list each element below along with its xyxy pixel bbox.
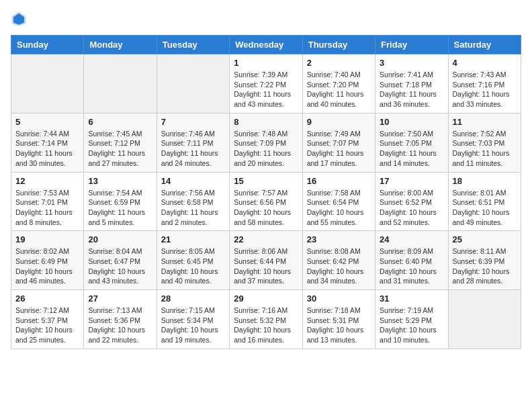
- calendar-day-cell: 29Sunrise: 7:16 AM Sunset: 5:32 PM Dayli…: [230, 290, 302, 349]
- day-info: Sunrise: 7:44 AM Sunset: 7:14 PM Dayligh…: [15, 129, 79, 169]
- calendar-day-cell: 16Sunrise: 7:58 AM Sunset: 6:54 PM Dayli…: [302, 172, 375, 231]
- calendar-day-cell: 20Sunrise: 8:04 AM Sunset: 6:47 PM Dayli…: [84, 231, 157, 290]
- calendar-day-cell: 9Sunrise: 7:49 AM Sunset: 7:07 PM Daylig…: [302, 113, 375, 172]
- day-of-week-header: Friday: [375, 36, 448, 54]
- calendar-day-cell: 26Sunrise: 7:12 AM Sunset: 5:37 PM Dayli…: [11, 290, 84, 349]
- calendar-day-cell: 17Sunrise: 8:00 AM Sunset: 6:52 PM Dayli…: [375, 172, 448, 231]
- day-number: 7: [161, 117, 225, 127]
- day-info: Sunrise: 7:48 AM Sunset: 7:09 PM Dayligh…: [234, 129, 298, 169]
- day-info: Sunrise: 7:19 AM Sunset: 5:29 PM Dayligh…: [380, 306, 443, 345]
- day-number: 22: [234, 234, 298, 244]
- calendar-day-cell: 28Sunrise: 7:15 AM Sunset: 5:34 PM Dayli…: [157, 290, 229, 349]
- day-info: Sunrise: 7:57 AM Sunset: 6:56 PM Dayligh…: [234, 188, 298, 228]
- day-number: 27: [88, 293, 152, 304]
- calendar-day-cell: 19Sunrise: 8:02 AM Sunset: 6:49 PM Dayli…: [11, 231, 84, 290]
- day-number: 11: [453, 117, 517, 127]
- calendar-day-cell: 22Sunrise: 8:06 AM Sunset: 6:44 PM Dayli…: [230, 231, 302, 290]
- calendar-day-cell: 8Sunrise: 7:48 AM Sunset: 7:09 PM Daylig…: [230, 113, 302, 172]
- day-of-week-header: Monday: [84, 36, 157, 54]
- day-of-week-header: Wednesday: [230, 36, 302, 54]
- logo-icon: [11, 11, 27, 27]
- day-info: Sunrise: 8:11 AM Sunset: 6:39 PM Dayligh…: [453, 246, 517, 286]
- calendar-day-cell: 23Sunrise: 8:08 AM Sunset: 6:42 PM Dayli…: [302, 231, 375, 290]
- day-number: 2: [307, 58, 371, 68]
- calendar-table: SundayMondayTuesdayWednesdayThursdayFrid…: [11, 35, 521, 349]
- calendar-day-cell: 2Sunrise: 7:40 AM Sunset: 7:20 PM Daylig…: [302, 54, 375, 113]
- calendar-day-cell: 24Sunrise: 8:09 AM Sunset: 6:40 PM Dayli…: [375, 231, 448, 290]
- day-number: 12: [15, 176, 79, 186]
- calendar-day-cell: 11Sunrise: 7:52 AM Sunset: 7:03 PM Dayli…: [448, 113, 521, 172]
- day-info: Sunrise: 7:46 AM Sunset: 7:11 PM Dayligh…: [161, 129, 225, 169]
- day-number: 13: [88, 176, 152, 186]
- calendar-day-cell: [11, 54, 84, 113]
- day-info: Sunrise: 8:06 AM Sunset: 6:44 PM Dayligh…: [234, 246, 298, 286]
- calendar-day-cell: [157, 54, 229, 113]
- calendar-week-row: 1Sunrise: 7:39 AM Sunset: 7:22 PM Daylig…: [11, 54, 521, 113]
- day-info: Sunrise: 8:09 AM Sunset: 6:40 PM Dayligh…: [380, 246, 443, 286]
- calendar-day-cell: 13Sunrise: 7:54 AM Sunset: 6:59 PM Dayli…: [84, 172, 157, 231]
- day-info: Sunrise: 7:50 AM Sunset: 7:05 PM Dayligh…: [380, 129, 443, 169]
- day-number: 6: [88, 117, 152, 127]
- day-number: 31: [380, 293, 443, 304]
- day-info: Sunrise: 7:18 AM Sunset: 5:31 PM Dayligh…: [307, 306, 371, 345]
- day-info: Sunrise: 7:52 AM Sunset: 7:03 PM Dayligh…: [453, 129, 517, 169]
- calendar-day-cell: 21Sunrise: 8:05 AM Sunset: 6:45 PM Dayli…: [157, 231, 229, 290]
- day-of-week-header: Sunday: [11, 36, 84, 54]
- day-number: 28: [161, 293, 225, 304]
- page-header: [11, 11, 521, 27]
- day-number: 16: [307, 176, 371, 186]
- day-of-week-header: Thursday: [302, 36, 375, 54]
- calendar-day-cell: 25Sunrise: 8:11 AM Sunset: 6:39 PM Dayli…: [448, 231, 521, 290]
- day-info: Sunrise: 8:00 AM Sunset: 6:52 PM Dayligh…: [380, 188, 443, 228]
- calendar-day-cell: 30Sunrise: 7:18 AM Sunset: 5:31 PM Dayli…: [302, 290, 375, 349]
- day-info: Sunrise: 7:49 AM Sunset: 7:07 PM Dayligh…: [307, 129, 371, 169]
- day-number: 19: [15, 234, 79, 244]
- day-of-week-header: Saturday: [448, 36, 521, 54]
- calendar-week-row: 12Sunrise: 7:53 AM Sunset: 7:01 PM Dayli…: [11, 172, 521, 231]
- calendar-header-row: SundayMondayTuesdayWednesdayThursdayFrid…: [11, 36, 521, 54]
- day-info: Sunrise: 8:04 AM Sunset: 6:47 PM Dayligh…: [88, 246, 152, 286]
- day-number: 18: [453, 176, 517, 186]
- calendar-day-cell: 15Sunrise: 7:57 AM Sunset: 6:56 PM Dayli…: [230, 172, 302, 231]
- day-info: Sunrise: 8:08 AM Sunset: 6:42 PM Dayligh…: [307, 246, 371, 286]
- calendar-day-cell: 6Sunrise: 7:45 AM Sunset: 7:12 PM Daylig…: [84, 113, 157, 172]
- day-number: 5: [15, 117, 79, 127]
- day-info: Sunrise: 7:58 AM Sunset: 6:54 PM Dayligh…: [307, 188, 371, 228]
- calendar-day-cell: 10Sunrise: 7:50 AM Sunset: 7:05 PM Dayli…: [375, 113, 448, 172]
- day-number: 3: [380, 58, 443, 68]
- day-number: 1: [234, 58, 298, 68]
- calendar-day-cell: 27Sunrise: 7:13 AM Sunset: 5:36 PM Dayli…: [84, 290, 157, 349]
- day-info: Sunrise: 7:54 AM Sunset: 6:59 PM Dayligh…: [88, 188, 152, 228]
- day-number: 4: [453, 58, 517, 68]
- calendar-week-row: 26Sunrise: 7:12 AM Sunset: 5:37 PM Dayli…: [11, 290, 521, 349]
- day-number: 25: [453, 234, 517, 244]
- day-number: 24: [380, 234, 443, 244]
- day-number: 21: [161, 234, 225, 244]
- day-number: 8: [234, 117, 298, 127]
- day-info: Sunrise: 7:45 AM Sunset: 7:12 PM Dayligh…: [88, 129, 152, 169]
- calendar-day-cell: 3Sunrise: 7:41 AM Sunset: 7:18 PM Daylig…: [375, 54, 448, 113]
- day-info: Sunrise: 7:39 AM Sunset: 7:22 PM Dayligh…: [234, 70, 298, 109]
- day-info: Sunrise: 7:43 AM Sunset: 7:16 PM Dayligh…: [453, 70, 517, 109]
- day-info: Sunrise: 8:05 AM Sunset: 6:45 PM Dayligh…: [161, 246, 225, 286]
- day-number: 14: [161, 176, 225, 186]
- calendar-day-cell: 5Sunrise: 7:44 AM Sunset: 7:14 PM Daylig…: [11, 113, 84, 172]
- calendar-day-cell: 7Sunrise: 7:46 AM Sunset: 7:11 PM Daylig…: [157, 113, 229, 172]
- day-number: 17: [380, 176, 443, 186]
- calendar-day-cell: [84, 54, 157, 113]
- day-info: Sunrise: 8:02 AM Sunset: 6:49 PM Dayligh…: [15, 246, 79, 286]
- day-number: 26: [15, 293, 79, 304]
- calendar-day-cell: 1Sunrise: 7:39 AM Sunset: 7:22 PM Daylig…: [230, 54, 302, 113]
- day-info: Sunrise: 7:13 AM Sunset: 5:36 PM Dayligh…: [88, 306, 152, 345]
- calendar-day-cell: 14Sunrise: 7:56 AM Sunset: 6:58 PM Dayli…: [157, 172, 229, 231]
- calendar-week-row: 5Sunrise: 7:44 AM Sunset: 7:14 PM Daylig…: [11, 113, 521, 172]
- calendar-day-cell: [448, 290, 521, 349]
- day-info: Sunrise: 8:01 AM Sunset: 6:51 PM Dayligh…: [453, 188, 517, 228]
- day-number: 10: [380, 117, 443, 127]
- calendar-day-cell: 18Sunrise: 8:01 AM Sunset: 6:51 PM Dayli…: [448, 172, 521, 231]
- day-info: Sunrise: 7:53 AM Sunset: 7:01 PM Dayligh…: [15, 188, 79, 228]
- calendar-day-cell: 4Sunrise: 7:43 AM Sunset: 7:16 PM Daylig…: [448, 54, 521, 113]
- day-number: 23: [307, 234, 371, 244]
- day-info: Sunrise: 7:12 AM Sunset: 5:37 PM Dayligh…: [15, 306, 79, 345]
- day-info: Sunrise: 7:15 AM Sunset: 5:34 PM Dayligh…: [161, 306, 225, 345]
